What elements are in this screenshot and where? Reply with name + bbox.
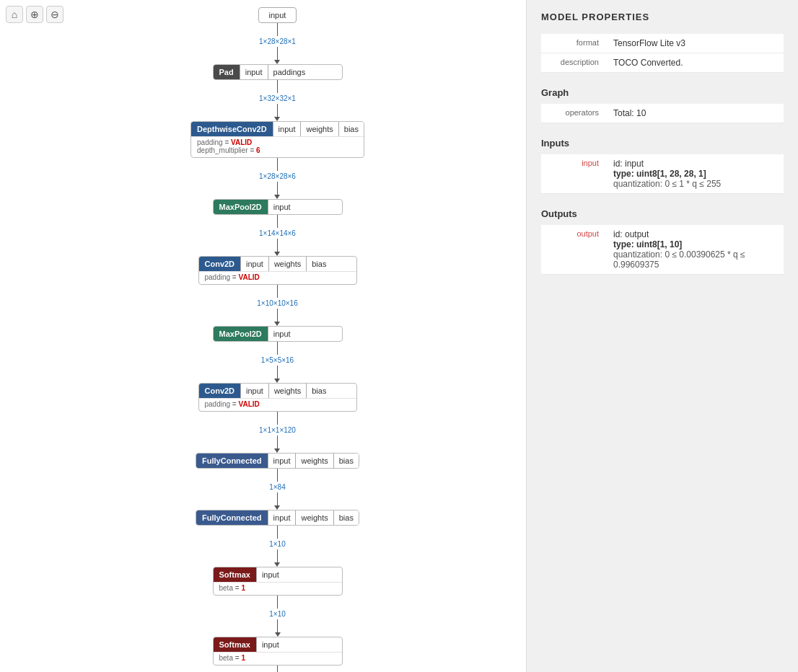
- maxpool2-node-wrapper: MaxPool2D input 1×5×5×16: [213, 326, 343, 383]
- softmax1-label: Softmax: [214, 567, 256, 582]
- output-details: id: output type: uint8[1, 10] quantizati…: [606, 225, 784, 275]
- softmax1-port-input[interactable]: input: [256, 567, 284, 582]
- depthwise-node-wrapper: DepthwiseConv2D input weights bias paddi…: [190, 121, 364, 199]
- maxpool1-label: MaxPool2D: [214, 200, 268, 214]
- depthwise-label: DepthwiseConv2D: [191, 122, 273, 136]
- conv2d1-node-wrapper: Conv2D input weights bias padding = VALI…: [198, 256, 357, 326]
- depthwise-port-bias[interactable]: bias: [338, 122, 364, 136]
- conv2d2-label: Conv2D: [199, 384, 241, 398]
- input-key: input: [541, 154, 606, 194]
- softmax2-subtext: beta = 1: [214, 652, 342, 665]
- connector-label-1: 1×28×28×1: [259, 37, 296, 45]
- toolbar: ⌂ ⊕ ⊖: [6, 6, 63, 23]
- input-type: type: uint8[1, 28, 28, 1]: [613, 169, 776, 179]
- inputs-table: input id: input type: uint8[1, 28, 28, 1…: [541, 154, 784, 194]
- conv2d1-port-input[interactable]: input: [240, 257, 268, 271]
- graph-content: input 1×28×28×1 Pad input paddings 1×32×…: [0, 0, 526, 672]
- connector-label-5: 1×10×10×16: [257, 299, 297, 307]
- conv2d1-node[interactable]: Conv2D input weights bias padding = VALI…: [198, 256, 357, 285]
- maxpool2-label: MaxPool2D: [214, 327, 268, 341]
- props-panel: MODEL PROPERTIES format TensorFlow Lite …: [527, 0, 798, 672]
- input-row: input id: input type: uint8[1, 28, 28, 1…: [541, 154, 784, 194]
- softmax2-node[interactable]: Softmax input beta = 1: [213, 637, 343, 666]
- conv2d2-subtext: padding = VALID: [199, 398, 356, 411]
- fc2-port-input[interactable]: input: [268, 510, 296, 525]
- output-type: type: uint8[1, 10]: [613, 239, 776, 249]
- softmax1-node[interactable]: Softmax input beta = 1: [213, 567, 343, 596]
- output-quant: quantization: 0 ≤ 0.00390625 * q ≤ 0.996…: [613, 249, 776, 270]
- conv2d2-port-input[interactable]: input: [240, 384, 268, 398]
- connector-7: 1×1×1×120: [259, 412, 296, 453]
- inputs-section-title: Inputs: [541, 138, 784, 149]
- operators-value: Total: 10: [606, 104, 784, 123]
- conv2d2-node-wrapper: Conv2D input weights bias padding = VALI…: [198, 383, 357, 453]
- depthwise-port-weights[interactable]: weights: [300, 122, 338, 136]
- pad-port-input[interactable]: input: [240, 65, 268, 79]
- pad-node[interactable]: Pad input paddings: [213, 64, 343, 80]
- connector-label-3: 1×28×28×6: [259, 172, 296, 180]
- fc1-port-weights[interactable]: weights: [295, 454, 333, 468]
- fc2-port-weights[interactable]: weights: [295, 510, 333, 525]
- conv2d1-label: Conv2D: [199, 257, 241, 271]
- format-key: format: [541, 34, 606, 53]
- connector-1: 1×28×28×1: [259, 23, 296, 64]
- input-id: id: input: [613, 159, 776, 169]
- maxpool2-port-input[interactable]: input: [268, 327, 296, 341]
- output-key: output: [541, 225, 606, 275]
- connector-label-6: 1×5×5×16: [261, 356, 294, 364]
- depthwise-subtext: padding = VALID depth_multiplier = 6: [191, 136, 364, 157]
- pad-port-paddings[interactable]: paddings: [268, 65, 311, 79]
- connector-9: 1×10: [269, 526, 286, 567]
- input-node-wrapper: input 1×28×28×1: [258, 7, 297, 64]
- maxpool1-node[interactable]: MaxPool2D input: [213, 199, 343, 215]
- output-id: id: output: [613, 229, 776, 239]
- maxpool1-port-input[interactable]: input: [268, 200, 296, 214]
- depthwise-port-input[interactable]: input: [273, 122, 301, 136]
- operators-row: operators Total: 10: [541, 104, 784, 123]
- connector-label-4: 1×14×14×6: [259, 229, 296, 237]
- conv2d2-port-bias[interactable]: bias: [306, 384, 331, 398]
- home-button[interactable]: ⌂: [6, 6, 23, 23]
- fc2-label: FullyConnected: [196, 510, 268, 525]
- connector-label-10: 1×10: [269, 610, 286, 618]
- connector-5: 1×10×10×16: [257, 285, 297, 326]
- fc1-port-input[interactable]: input: [268, 454, 296, 468]
- softmax2-label: Softmax: [214, 637, 256, 652]
- fc2-node[interactable]: FullyConnected input weights bias: [196, 510, 359, 526]
- fc1-node-wrapper: FullyConnected input weights bias 1×84: [196, 453, 359, 510]
- props-title: MODEL PROPERTIES: [541, 12, 784, 22]
- connector-11: 1×10: [269, 666, 286, 672]
- graph-panel[interactable]: ⌂ ⊕ ⊖ input 1×28×28×1 Pad input paddings: [0, 0, 527, 672]
- connector-label-9: 1×10: [269, 540, 286, 548]
- connector-6: 1×5×5×16: [261, 342, 294, 383]
- output-row: output id: output type: uint8[1, 10] qua…: [541, 225, 784, 275]
- conv2d1-port-weights[interactable]: weights: [268, 257, 306, 271]
- input-node[interactable]: input: [258, 7, 297, 23]
- softmax2-port-input[interactable]: input: [256, 637, 284, 652]
- depthwise-node[interactable]: DepthwiseConv2D input weights bias paddi…: [190, 121, 364, 158]
- fc2-node-wrapper: FullyConnected input weights bias 1×10: [196, 510, 359, 567]
- zoom-in-button[interactable]: ⊕: [26, 6, 43, 23]
- conv2d2-node[interactable]: Conv2D input weights bias padding = VALI…: [198, 383, 357, 412]
- connector-2: 1×32×32×1: [259, 80, 296, 121]
- format-table: format TensorFlow Lite v3 description TO…: [541, 34, 784, 73]
- connector-3: 1×28×28×6: [259, 158, 296, 199]
- input-type-value: uint8[1, 28, 28, 1]: [636, 169, 706, 179]
- operators-key: operators: [541, 104, 606, 123]
- graph-section-title: Graph: [541, 87, 784, 98]
- fc1-node[interactable]: FullyConnected input weights bias: [196, 453, 359, 469]
- graph-table: operators Total: 10: [541, 104, 784, 123]
- connector-8: 1×84: [269, 469, 286, 510]
- connector-10: 1×10: [269, 596, 286, 637]
- conv2d2-port-weights[interactable]: weights: [268, 384, 306, 398]
- fc1-port-bias[interactable]: bias: [333, 454, 359, 468]
- fc2-port-bias[interactable]: bias: [333, 510, 359, 525]
- outputs-section-title: Outputs: [541, 208, 784, 219]
- fc1-label: FullyConnected: [196, 454, 268, 468]
- connector-label-8: 1×84: [269, 483, 286, 491]
- conv2d1-port-bias[interactable]: bias: [306, 257, 331, 271]
- zoom-out-button[interactable]: ⊖: [46, 6, 63, 23]
- format-value: TensorFlow Lite v3: [606, 34, 784, 53]
- conv2d1-subtext: padding = VALID: [199, 271, 356, 284]
- maxpool2-node[interactable]: MaxPool2D input: [213, 326, 343, 342]
